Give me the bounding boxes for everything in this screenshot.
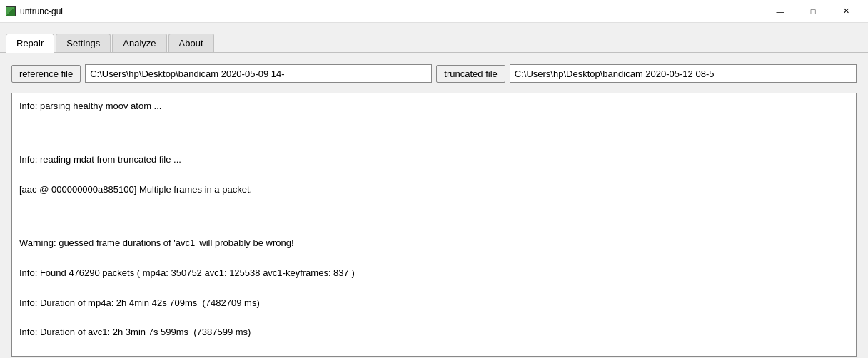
title-bar: untrunc-gui — □ ✕ [0, 0, 868, 23]
reference-file-input[interactable] [85, 64, 432, 83]
tab-repair[interactable]: Repair [6, 34, 54, 53]
title-bar-controls: — □ ✕ [764, 0, 862, 23]
app-icon [6, 6, 16, 16]
maximize-button[interactable]: □ [797, 0, 829, 23]
log-output: Info: parsing healthy moov atom ...Info:… [11, 93, 857, 357]
reference-file-button[interactable]: reference file [11, 65, 81, 83]
truncated-file-button[interactable]: truncated file [436, 65, 505, 83]
minimize-button[interactable]: — [764, 0, 797, 23]
app-title: untrunc-gui [20, 6, 63, 16]
title-bar-left: untrunc-gui [6, 6, 63, 16]
close-button[interactable]: ✕ [829, 0, 862, 23]
tab-settings[interactable]: Settings [56, 34, 111, 52]
file-row: reference file truncated file [11, 64, 857, 83]
truncated-file-input[interactable] [510, 64, 857, 83]
tab-analyze[interactable]: Analyze [112, 34, 166, 52]
tab-about[interactable]: About [168, 34, 214, 52]
main-content: reference file truncated file Info: pars… [0, 53, 868, 358]
tab-bar: Repair Settings Analyze About [0, 23, 868, 53]
